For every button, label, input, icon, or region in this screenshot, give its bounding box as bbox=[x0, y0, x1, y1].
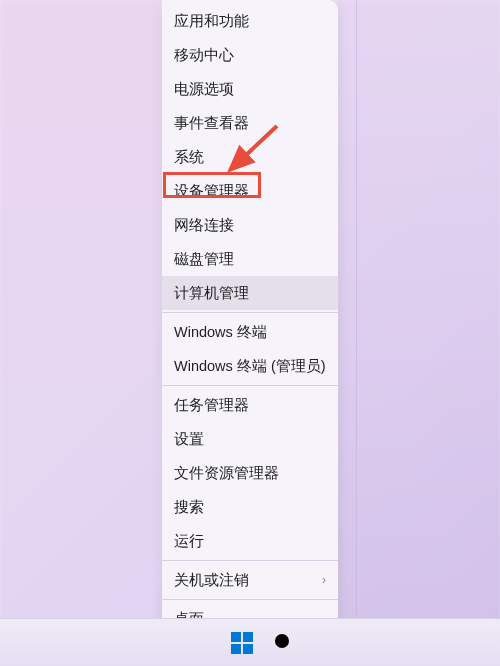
windows-logo-icon bbox=[231, 632, 253, 654]
menu-item-event-viewer[interactable]: 事件查看器 bbox=[162, 106, 338, 140]
background-right bbox=[338, 0, 500, 666]
menu-item-label: 搜索 bbox=[174, 498, 204, 516]
menu-item-label: 设置 bbox=[174, 430, 204, 448]
menu-item-label: 任务管理器 bbox=[174, 396, 249, 414]
menu-item-device-manager[interactable]: 设备管理器 bbox=[162, 174, 338, 208]
edge-line bbox=[356, 0, 357, 618]
menu-item-label: 系统 bbox=[174, 148, 204, 166]
menu-item-task-manager[interactable]: 任务管理器 bbox=[162, 388, 338, 422]
search-icon bbox=[272, 631, 296, 655]
menu-item-search[interactable]: 搜索 bbox=[162, 490, 338, 524]
menu-item-windows-terminal-admin[interactable]: Windows 终端 (管理员) bbox=[162, 349, 338, 383]
menu-item-label: 应用和功能 bbox=[174, 12, 249, 30]
menu-item-run[interactable]: 运行 bbox=[162, 524, 338, 558]
menu-separator bbox=[162, 312, 338, 313]
menu-item-shutdown-signout[interactable]: 关机或注销› bbox=[162, 563, 338, 597]
menu-item-label: 磁盘管理 bbox=[174, 250, 234, 268]
menu-item-label: 移动中心 bbox=[174, 46, 234, 64]
taskbar bbox=[0, 618, 500, 666]
menu-separator bbox=[162, 560, 338, 561]
menu-item-label: Windows 终端 (管理员) bbox=[174, 357, 326, 375]
menu-item-computer-management[interactable]: 计算机管理 bbox=[162, 276, 338, 310]
menu-item-mobility-center[interactable]: 移动中心 bbox=[162, 38, 338, 72]
taskbar-search-button[interactable] bbox=[272, 631, 296, 655]
svg-line-3 bbox=[288, 646, 294, 652]
menu-item-label: 运行 bbox=[174, 532, 204, 550]
chevron-right-icon: › bbox=[322, 571, 326, 589]
start-button[interactable] bbox=[230, 631, 254, 655]
menu-item-apps-and-features[interactable]: 应用和功能 bbox=[162, 4, 338, 38]
menu-item-label: 网络连接 bbox=[174, 216, 234, 234]
menu-item-label: 文件资源管理器 bbox=[174, 464, 279, 482]
menu-item-settings[interactable]: 设置 bbox=[162, 422, 338, 456]
winx-context-menu: 应用和功能移动中心电源选项事件查看器系统设备管理器网络连接磁盘管理计算机管理Wi… bbox=[162, 0, 338, 640]
menu-item-disk-management[interactable]: 磁盘管理 bbox=[162, 242, 338, 276]
menu-separator bbox=[162, 385, 338, 386]
menu-item-file-explorer[interactable]: 文件资源管理器 bbox=[162, 456, 338, 490]
menu-item-label: 设备管理器 bbox=[174, 182, 249, 200]
background-left bbox=[0, 0, 160, 666]
menu-item-network-connections[interactable]: 网络连接 bbox=[162, 208, 338, 242]
menu-item-label: 电源选项 bbox=[174, 80, 234, 98]
menu-item-label: 关机或注销 bbox=[174, 571, 249, 589]
svg-point-2 bbox=[275, 634, 289, 648]
menu-item-system[interactable]: 系统 bbox=[162, 140, 338, 174]
menu-separator bbox=[162, 599, 338, 600]
menu-item-label: 事件查看器 bbox=[174, 114, 249, 132]
menu-item-windows-terminal[interactable]: Windows 终端 bbox=[162, 315, 338, 349]
menu-item-label: Windows 终端 bbox=[174, 323, 267, 341]
menu-item-power-options[interactable]: 电源选项 bbox=[162, 72, 338, 106]
menu-item-label: 计算机管理 bbox=[174, 284, 249, 302]
